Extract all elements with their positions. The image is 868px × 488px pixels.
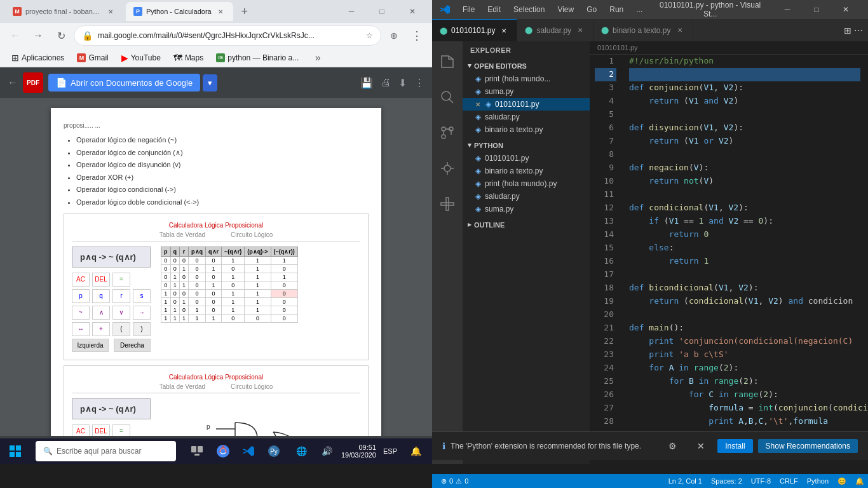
taskbar-volume-button[interactable]: 🔊 (316, 440, 339, 463)
star-icon[interactable]: ☆ (366, 31, 373, 40)
calc-right-nav-btn[interactable]: Derecha (114, 339, 151, 352)
sidebar-python-header[interactable]: ▾ PYTHON (463, 139, 590, 152)
taskbar-vscode-button[interactable] (237, 440, 260, 463)
browser-maximize-button[interactable]: □ (367, 0, 397, 23)
vscode-tab-01010101-close[interactable]: ✕ (499, 25, 509, 36)
calc-btn-neg[interactable]: ~ (72, 306, 90, 320)
calc-btn-or[interactable]: v (112, 306, 130, 320)
sidebar-open-editors-header[interactable]: ▾ OPEN EDITORS (463, 59, 590, 72)
status-errors[interactable]: ⊗ 0 ⚠ 0 (437, 474, 472, 488)
vscode-menu-run[interactable]: Run (604, 0, 628, 19)
tab-gmail-close[interactable]: ✕ (105, 6, 116, 17)
taskbar-python-button[interactable]: Py (262, 440, 285, 463)
vscode-menu-selection[interactable]: Selection (508, 0, 550, 19)
vscode-tab-saludar-close[interactable]: ✕ (575, 25, 585, 36)
sidebar-python-saludar[interactable]: ◈ saludar.py (463, 190, 590, 203)
calc-btn-bicond[interactable]: ↔ (72, 322, 90, 336)
status-eol[interactable]: CRLF (776, 474, 802, 488)
browser-minimize-button[interactable]: ─ (337, 0, 366, 23)
taskbar-language-button[interactable]: ESP (379, 440, 402, 463)
vscode-tab-binario[interactable]: ⬤ binario a texto.py ✕ (593, 19, 693, 41)
calc-btn-ac[interactable]: AC (72, 273, 90, 287)
sidebar-python-binario[interactable]: ◈ binario a texto.py (463, 165, 590, 177)
code-content[interactable]: #!/usr/bin/python def conjuncion(V1, V2)… (621, 55, 868, 464)
calc-btn-close-paren[interactable]: ) (133, 322, 151, 336)
calc-btn-plus[interactable]: + (92, 322, 110, 336)
more-bookmarks-button[interactable]: » (308, 48, 328, 68)
sidebar-python-01010101[interactable]: ◈ 01010101.py (463, 152, 590, 165)
sidebar-item-01010101[interactable]: ✕ ◈ 01010101.py (463, 98, 590, 111)
vscode-menu-more[interactable]: ... (631, 0, 648, 19)
calc-btn-arrow[interactable]: → (133, 306, 151, 320)
pdf-more-button[interactable]: ⋮ (414, 77, 424, 89)
vscode-minimize-button[interactable]: ─ (773, 0, 802, 19)
pdf-save-button[interactable]: 💾 (360, 77, 373, 89)
taskbar-notifications-button[interactable]: 🔔 (404, 440, 427, 463)
status-spaces[interactable]: Spaces: 2 (707, 474, 746, 488)
bookmark-maps[interactable]: 🗺 Maps (170, 50, 207, 65)
show-recommendations-button[interactable]: Show Recommendations (758, 439, 858, 453)
vscode-tab-binario-close[interactable]: ✕ (675, 25, 685, 36)
status-encoding[interactable]: UTF-8 (747, 474, 775, 488)
taskbar-taskview-button[interactable] (186, 440, 209, 463)
sidebar-outline-header[interactable]: ▸ OUTLINE (463, 218, 590, 231)
truth-table-tab-2[interactable]: Tabla de Verdad (159, 383, 205, 390)
calc-btn-s[interactable]: s (133, 289, 151, 303)
activity-explorer[interactable] (432, 46, 463, 77)
activity-git[interactable] (432, 118, 463, 148)
vscode-close-button[interactable]: ✕ (831, 0, 860, 19)
forward-button[interactable]: → (28, 25, 48, 46)
calc-btn-2-equals[interactable]: = (112, 424, 130, 436)
browser-close-button[interactable]: ✕ (398, 0, 427, 23)
new-tab-button[interactable]: + (236, 3, 254, 20)
tab-python[interactable]: P Python - Calculadora ✕ (126, 2, 233, 21)
calc-btn-p[interactable]: p (72, 289, 90, 303)
vscode-menu-edit[interactable]: Edit (482, 0, 506, 19)
calc-btn-del[interactable]: DEL (92, 273, 110, 287)
menu-button[interactable]: ⋮ (407, 25, 427, 46)
pdf-open-in-docs-button[interactable]: 📄 Abrir con Documentos de Google (48, 74, 200, 92)
split-editor-icon[interactable]: ⊞ (844, 25, 851, 36)
calc-btn-open-paren[interactable]: ( (112, 322, 130, 336)
bookmark-python[interactable]: IS python — Binario a... (212, 50, 302, 65)
extensions-button[interactable]: ⊕ (384, 25, 404, 46)
calc-btn-r[interactable]: r (112, 289, 130, 303)
pdf-download-button[interactable]: ⬇ (398, 77, 407, 89)
status-ln-col[interactable]: Ln 2, Col 1 (665, 474, 706, 488)
taskbar-search-box[interactable]: 🔍 Escribe aquí para buscar (36, 441, 176, 461)
truth-table-tab[interactable]: Tabla de Verdad (159, 231, 205, 238)
pdf-open-dropdown-button[interactable]: ▾ (203, 74, 217, 92)
taskbar-network-button[interactable]: 🌐 (290, 440, 313, 463)
status-language[interactable]: Python (803, 474, 832, 488)
sidebar-item-print-hola[interactable]: ◈ print (hola mundo... (463, 72, 590, 85)
notification-settings-button[interactable]: ⚙ (661, 438, 684, 454)
vscode-menu-file[interactable]: File (458, 0, 480, 19)
calc-btn-2-ac[interactable]: AC (72, 424, 90, 436)
circuit-tab[interactable]: Circuito Lógico (231, 231, 273, 238)
back-button[interactable]: ← (5, 25, 25, 46)
tab-python-close[interactable]: ✕ (215, 6, 226, 17)
install-button[interactable]: Install (717, 439, 752, 453)
status-notifications[interactable]: 🔔 (851, 474, 868, 488)
vscode-maximize-button[interactable]: □ (802, 0, 831, 19)
calc-btn-2-del[interactable]: DEL (92, 424, 110, 436)
notification-close-button[interactable]: ✕ (689, 438, 712, 454)
activity-debug[interactable] (432, 153, 463, 184)
vscode-tab-01010101[interactable]: ⬤ 01010101.py ✕ (432, 19, 517, 41)
bookmark-youtube[interactable]: ▶ YouTube (118, 50, 165, 65)
status-feedback[interactable]: 😊 (834, 474, 850, 488)
sidebar-item-saludar[interactable]: ◈ saludar.py (463, 111, 590, 123)
sidebar-python-suma[interactable]: ◈ suma.py (463, 203, 590, 215)
pdf-print-button[interactable]: 🖨 (381, 77, 391, 88)
address-bar[interactable]: 🔒 mail.google.com/mail/u/0/#sent/QgrcJHs… (74, 25, 381, 46)
start-button[interactable] (0, 438, 31, 464)
activity-search[interactable] (432, 82, 463, 112)
vscode-menu-go[interactable]: Go (581, 0, 602, 19)
bookmark-apps[interactable]: ⊞ Aplicaciones (8, 50, 68, 65)
sidebar-item-suma[interactable]: ◈ suma.py (463, 85, 590, 98)
circuit-tab-2[interactable]: Circuito Lógico (231, 383, 273, 390)
tab-gmail[interactable]: M proyecto final - bobandoc@m... ✕ (5, 2, 123, 21)
vscode-tab-saludar[interactable]: ⬤ saludar.py ✕ (517, 19, 593, 41)
calc-btn-and[interactable]: ∧ (92, 306, 110, 320)
sidebar-item-binario[interactable]: ◈ binario a texto.py (463, 123, 590, 136)
